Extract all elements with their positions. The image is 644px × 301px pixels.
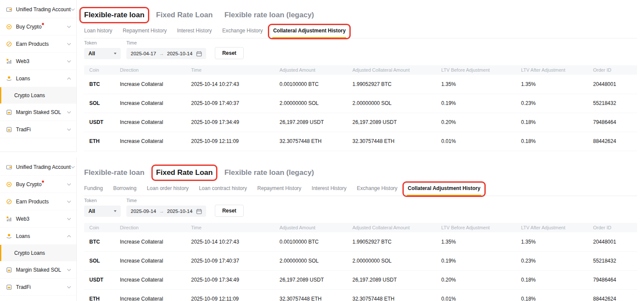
subtab-borrowing[interactable]: Borrowing bbox=[113, 185, 136, 196]
sidebar-item-unified-trading-account[interactable]: Unified Trading Account bbox=[0, 158, 76, 176]
sidebar-item-tradfi[interactable]: TradFi bbox=[0, 121, 76, 138]
subtab-interest-history[interactable]: Interest History bbox=[177, 28, 212, 38]
subtab-repayment-history[interactable]: Repayment History bbox=[258, 185, 302, 196]
chevron-down-icon bbox=[67, 43, 71, 45]
table-cell: 32.30757448 ETH bbox=[280, 132, 352, 151]
date-range-picker[interactable]: 2025-09-14 → 2025-10-14 bbox=[126, 206, 206, 217]
chevron-down-icon bbox=[67, 25, 71, 28]
sidebar-item-margin-staked-sol[interactable]: Margin Staked SOL bbox=[0, 261, 76, 279]
subtab-collateral-adjustment-history[interactable]: Collateral Adjustment History bbox=[273, 28, 346, 38]
column-header-coin: Coin bbox=[84, 223, 120, 232]
token-filter: Token All bbox=[84, 41, 121, 59]
column-header-coin: Coin bbox=[84, 65, 120, 75]
date-end-value: 2025-10-14 bbox=[167, 209, 192, 214]
tab-fixed-rate-loan[interactable]: Fixed Rate Loan bbox=[156, 11, 213, 19]
sidebar-item-label: Web3 bbox=[16, 216, 29, 222]
table-cell: 55218432 bbox=[593, 251, 637, 270]
column-header-ltv-after-adjustment: LTV After Adjustment bbox=[521, 65, 593, 75]
chevron-down-icon bbox=[67, 200, 71, 203]
wallet-icon bbox=[6, 6, 12, 13]
subtab-exchange-history[interactable]: Exchange History bbox=[357, 185, 397, 196]
sidebar-item-label: Margin Staked SOL bbox=[16, 109, 61, 115]
sidebar-item-label: TradFi bbox=[16, 127, 31, 133]
history-table: CoinDirectionTimeAdjusted AmountAdjusted… bbox=[84, 65, 637, 151]
table-cell: 2.00000000 SOL bbox=[280, 251, 352, 270]
sidebar-item-unified-trading-account[interactable]: Unified Trading Account bbox=[0, 1, 76, 18]
sidebar-item-buy-crypto[interactable]: Buy Crypto bbox=[0, 176, 76, 193]
tab-flexible-rate-loan-legacy[interactable]: Flexible rate loan (legacy) bbox=[224, 11, 314, 19]
table-cell: Increase Collateral bbox=[120, 132, 191, 151]
table-cell: Increase Collateral bbox=[120, 270, 191, 289]
sidebar-item-tradfi[interactable]: TradFi bbox=[0, 279, 76, 296]
table-cell: 26,197.2089 USDT bbox=[352, 113, 441, 132]
subtab-repayment-history[interactable]: Repayment History bbox=[123, 28, 166, 38]
subtab-loan-order-history[interactable]: Loan order history bbox=[147, 185, 188, 196]
reset-button[interactable]: Reset bbox=[215, 47, 244, 59]
table-row: ETHIncrease Collateral2025-10-09 12:11:0… bbox=[84, 132, 637, 151]
table-cell: Increase Collateral bbox=[120, 232, 191, 251]
chevron-down-icon bbox=[114, 210, 116, 212]
box-icon bbox=[6, 109, 12, 115]
sidebar-item-buy-crypto[interactable]: Buy Crypto bbox=[0, 18, 76, 35]
tab-flexible-rate-loan-legacy[interactable]: Flexible rate loan (legacy) bbox=[224, 168, 314, 177]
table-cell: 2.00000000 SOL bbox=[352, 94, 441, 113]
time-filter: Time 2025-04-17 → 2025-10-14 bbox=[126, 41, 206, 59]
sidebar-item-label: Loans bbox=[16, 76, 30, 82]
subtab-interest-history[interactable]: Interest History bbox=[312, 185, 347, 196]
subtab-loan-contract-history[interactable]: Loan contract history bbox=[199, 185, 247, 196]
time-filter-label: Time bbox=[126, 41, 206, 45]
reset-button[interactable]: Reset bbox=[215, 205, 244, 217]
sidebar-item-earn-products[interactable]: Earn Products bbox=[0, 193, 76, 210]
chevron-down-icon bbox=[67, 60, 71, 63]
subtab-funding[interactable]: Funding bbox=[84, 185, 103, 196]
tab-flexible-rate-loan[interactable]: Flexible-rate loan bbox=[84, 168, 145, 177]
table-cell: 1.35% bbox=[521, 232, 593, 251]
table-cell: USDT bbox=[84, 113, 120, 132]
table-cell: 0.19% bbox=[441, 94, 521, 113]
hand-coin-icon bbox=[6, 233, 12, 239]
sidebar-item-loans[interactable]: Loans bbox=[0, 70, 76, 87]
coin-icon bbox=[6, 181, 12, 187]
main-content: Flexible-rate loanFixed Rate LoanFlexibl… bbox=[77, 0, 644, 158]
history-subtabs: Loan historyRepayment HistoryInterest Hi… bbox=[84, 28, 637, 38]
table-cell: 0.23% bbox=[521, 251, 593, 270]
table-header-row: CoinDirectionTimeAdjusted AmountAdjusted… bbox=[84, 223, 637, 232]
table-cell: 0.18% bbox=[521, 132, 593, 151]
column-header-direction: Direction bbox=[120, 65, 191, 75]
notification-dot bbox=[42, 23, 44, 25]
table-cell: 2.00000000 SOL bbox=[352, 251, 441, 270]
sidebar-item-loans[interactable]: Loans bbox=[0, 228, 76, 245]
sidebar-item-web3[interactable]: Web3 bbox=[0, 210, 76, 228]
subtab-loan-history[interactable]: Loan history bbox=[84, 28, 112, 38]
column-header-ltv-before-adjustment: LTV Before Adjustment bbox=[441, 65, 521, 75]
sidebar-item-margin-staked-sol[interactable]: Margin Staked SOL bbox=[0, 104, 76, 121]
table-cell: 0.00100000 BTC bbox=[280, 75, 352, 94]
sidebar-item-label: Loans bbox=[16, 233, 30, 239]
table-cell: 2025-10-09 17:40:37 bbox=[191, 251, 280, 270]
chevron-up-icon bbox=[67, 235, 71, 238]
table-cell: 0.01% bbox=[441, 132, 521, 151]
table-cell: SOL bbox=[84, 94, 120, 113]
table-row: USDTIncrease Collateral2025-10-09 17:34:… bbox=[84, 113, 637, 132]
sidebar-item-crypto-loans[interactable]: Crypto Loans bbox=[0, 245, 76, 261]
subtab-exchange-history[interactable]: Exchange History bbox=[222, 28, 263, 38]
sidebar-item-web3[interactable]: Web3 bbox=[0, 53, 76, 70]
chevron-up-icon bbox=[67, 77, 71, 80]
date-start-value: 2025-04-17 bbox=[131, 51, 156, 56]
sidebar-item-label: Margin Staked SOL bbox=[16, 267, 61, 273]
sidebar-item-earn-products[interactable]: Earn Products bbox=[0, 35, 76, 53]
tab-fixed-rate-loan[interactable]: Fixed Rate Loan bbox=[156, 168, 213, 177]
tab-flexible-rate-loan[interactable]: Flexible-rate loan bbox=[84, 11, 145, 19]
token-select[interactable]: All bbox=[84, 206, 121, 217]
table-cell: 0.19% bbox=[441, 251, 521, 270]
table-cell: 79486464 bbox=[593, 113, 637, 132]
sidebar-item-label: Buy Crypto bbox=[16, 181, 41, 187]
token-select[interactable]: All bbox=[84, 48, 121, 59]
main-content: Flexible-rate loanFixed Rate LoanFlexibl… bbox=[77, 158, 644, 301]
box-icon bbox=[6, 127, 12, 133]
sidebar-item-crypto-loans[interactable]: Crypto Loans bbox=[0, 87, 76, 104]
date-range-picker[interactable]: 2025-04-17 → 2025-10-14 bbox=[126, 48, 206, 59]
table-row: SOLIncrease Collateral2025-10-09 17:40:3… bbox=[84, 94, 637, 113]
table-cell: BTC bbox=[84, 232, 120, 251]
subtab-collateral-adjustment-history[interactable]: Collateral Adjustment History bbox=[408, 185, 480, 196]
